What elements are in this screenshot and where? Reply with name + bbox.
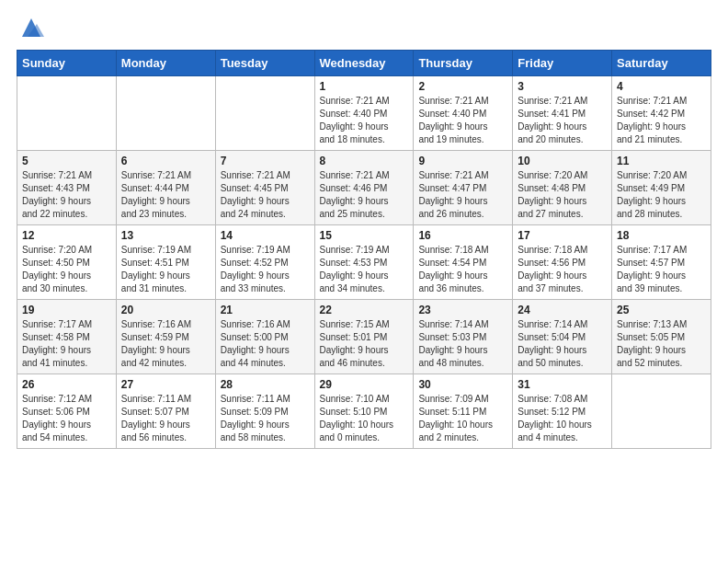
day-info: Sunrise: 7:11 AM Sunset: 5:09 PM Dayligh…: [221, 393, 310, 444]
calendar-cell: 30Sunrise: 7:09 AM Sunset: 5:11 PM Dayli…: [414, 374, 513, 449]
day-info: Sunrise: 7:20 AM Sunset: 4:49 PM Dayligh…: [617, 169, 706, 221]
day-number: 19: [22, 304, 111, 316]
day-number: 20: [121, 304, 210, 316]
calendar-cell: 6Sunrise: 7:21 AM Sunset: 4:44 PM Daylig…: [116, 151, 215, 225]
page-header: [17, 17, 711, 40]
day-info: Sunrise: 7:14 AM Sunset: 5:03 PM Dayligh…: [418, 318, 507, 370]
day-number: 8: [320, 155, 409, 167]
calendar-table: SundayMondayTuesdayWednesdayThursdayFrid…: [17, 50, 711, 449]
calendar-cell: [17, 76, 117, 151]
day-number: 4: [617, 80, 706, 93]
calendar-cell: 7Sunrise: 7:21 AM Sunset: 4:45 PM Daylig…: [215, 151, 314, 225]
calendar-cell: 21Sunrise: 7:16 AM Sunset: 5:00 PM Dayli…: [215, 300, 314, 374]
col-header-saturday: Saturday: [612, 51, 711, 76]
calendar-cell: 20Sunrise: 7:16 AM Sunset: 4:59 PM Dayli…: [116, 300, 215, 374]
day-info: Sunrise: 7:17 AM Sunset: 4:58 PM Dayligh…: [22, 318, 111, 370]
day-number: 26: [22, 378, 111, 391]
day-info: Sunrise: 7:21 AM Sunset: 4:40 PM Dayligh…: [320, 95, 409, 146]
day-number: 1: [320, 80, 409, 93]
day-number: 5: [22, 155, 111, 167]
day-number: 14: [221, 229, 310, 242]
calendar-cell: 18Sunrise: 7:17 AM Sunset: 4:57 PM Dayli…: [612, 225, 711, 300]
day-info: Sunrise: 7:16 AM Sunset: 4:59 PM Dayligh…: [121, 318, 210, 370]
day-number: 16: [418, 229, 507, 242]
col-header-wednesday: Wednesday: [314, 51, 414, 76]
day-info: Sunrise: 7:21 AM Sunset: 4:47 PM Dayligh…: [418, 169, 507, 221]
day-info: Sunrise: 7:20 AM Sunset: 4:48 PM Dayligh…: [518, 169, 607, 221]
calendar-week-row: 1Sunrise: 7:21 AM Sunset: 4:40 PM Daylig…: [17, 76, 711, 151]
day-number: 29: [320, 378, 409, 391]
day-number: 7: [221, 155, 310, 167]
calendar-cell: 14Sunrise: 7:19 AM Sunset: 4:52 PM Dayli…: [215, 225, 314, 300]
calendar-cell: 23Sunrise: 7:14 AM Sunset: 5:03 PM Dayli…: [414, 300, 513, 374]
day-number: 9: [418, 155, 507, 167]
logo: [17, 17, 44, 40]
day-info: Sunrise: 7:19 AM Sunset: 4:52 PM Dayligh…: [221, 244, 310, 295]
day-number: 10: [518, 155, 607, 167]
calendar-cell: 2Sunrise: 7:21 AM Sunset: 4:40 PM Daylig…: [414, 76, 513, 151]
day-number: 30: [418, 378, 507, 391]
calendar-cell: [116, 76, 215, 151]
calendar-cell: 27Sunrise: 7:11 AM Sunset: 5:07 PM Dayli…: [116, 374, 215, 449]
col-header-tuesday: Tuesday: [215, 51, 314, 76]
calendar-cell: 28Sunrise: 7:11 AM Sunset: 5:09 PM Dayli…: [215, 374, 314, 449]
calendar-cell: 17Sunrise: 7:18 AM Sunset: 4:56 PM Dayli…: [513, 225, 612, 300]
day-number: 24: [518, 304, 607, 316]
day-info: Sunrise: 7:19 AM Sunset: 4:53 PM Dayligh…: [320, 244, 409, 295]
day-info: Sunrise: 7:21 AM Sunset: 4:41 PM Dayligh…: [518, 95, 607, 146]
day-info: Sunrise: 7:21 AM Sunset: 4:45 PM Dayligh…: [221, 169, 310, 221]
calendar-week-row: 19Sunrise: 7:17 AM Sunset: 4:58 PM Dayli…: [17, 300, 711, 374]
col-header-friday: Friday: [513, 51, 612, 76]
day-number: 13: [121, 229, 210, 242]
calendar-cell: 25Sunrise: 7:13 AM Sunset: 5:05 PM Dayli…: [612, 300, 711, 374]
calendar-week-row: 12Sunrise: 7:20 AM Sunset: 4:50 PM Dayli…: [17, 225, 711, 300]
day-number: 11: [617, 155, 706, 167]
day-info: Sunrise: 7:20 AM Sunset: 4:50 PM Dayligh…: [22, 244, 111, 295]
calendar-week-row: 26Sunrise: 7:12 AM Sunset: 5:06 PM Dayli…: [17, 374, 711, 449]
day-number: 28: [221, 378, 310, 391]
logo-icon: [18, 15, 44, 40]
calendar-cell: 26Sunrise: 7:12 AM Sunset: 5:06 PM Dayli…: [17, 374, 117, 449]
day-number: 21: [221, 304, 310, 316]
calendar-cell: 5Sunrise: 7:21 AM Sunset: 4:43 PM Daylig…: [17, 151, 117, 225]
day-number: 2: [418, 80, 507, 93]
calendar-cell: 29Sunrise: 7:10 AM Sunset: 5:10 PM Dayli…: [314, 374, 414, 449]
day-info: Sunrise: 7:18 AM Sunset: 4:56 PM Dayligh…: [518, 244, 607, 295]
calendar-cell: 4Sunrise: 7:21 AM Sunset: 4:42 PM Daylig…: [612, 76, 711, 151]
col-header-thursday: Thursday: [414, 51, 513, 76]
calendar-cell: 31Sunrise: 7:08 AM Sunset: 5:12 PM Dayli…: [513, 374, 612, 449]
day-number: 27: [121, 378, 210, 391]
day-info: Sunrise: 7:10 AM Sunset: 5:10 PM Dayligh…: [320, 393, 409, 444]
day-info: Sunrise: 7:21 AM Sunset: 4:43 PM Dayligh…: [22, 169, 111, 221]
day-info: Sunrise: 7:21 AM Sunset: 4:46 PM Dayligh…: [320, 169, 409, 221]
calendar-cell: 19Sunrise: 7:17 AM Sunset: 4:58 PM Dayli…: [17, 300, 117, 374]
day-info: Sunrise: 7:17 AM Sunset: 4:57 PM Dayligh…: [617, 244, 706, 295]
calendar-cell: 13Sunrise: 7:19 AM Sunset: 4:51 PM Dayli…: [116, 225, 215, 300]
day-info: Sunrise: 7:09 AM Sunset: 5:11 PM Dayligh…: [418, 393, 507, 444]
calendar-cell: 11Sunrise: 7:20 AM Sunset: 4:49 PM Dayli…: [612, 151, 711, 225]
day-info: Sunrise: 7:12 AM Sunset: 5:06 PM Dayligh…: [22, 393, 111, 444]
day-info: Sunrise: 7:21 AM Sunset: 4:44 PM Dayligh…: [121, 169, 210, 221]
day-number: 3: [518, 80, 607, 93]
calendar-cell: 8Sunrise: 7:21 AM Sunset: 4:46 PM Daylig…: [314, 151, 414, 225]
calendar-week-row: 5Sunrise: 7:21 AM Sunset: 4:43 PM Daylig…: [17, 151, 711, 225]
calendar-cell: [215, 76, 314, 151]
calendar-header-row: SundayMondayTuesdayWednesdayThursdayFrid…: [17, 51, 711, 76]
day-number: 18: [617, 229, 706, 242]
calendar-cell: [612, 374, 711, 449]
day-number: 23: [418, 304, 507, 316]
calendar-cell: 15Sunrise: 7:19 AM Sunset: 4:53 PM Dayli…: [314, 225, 414, 300]
day-info: Sunrise: 7:11 AM Sunset: 5:07 PM Dayligh…: [121, 393, 210, 444]
day-info: Sunrise: 7:18 AM Sunset: 4:54 PM Dayligh…: [418, 244, 507, 295]
calendar-cell: 1Sunrise: 7:21 AM Sunset: 4:40 PM Daylig…: [314, 76, 414, 151]
col-header-sunday: Sunday: [17, 51, 117, 76]
day-number: 31: [518, 378, 607, 391]
day-number: 12: [22, 229, 111, 242]
calendar-cell: 3Sunrise: 7:21 AM Sunset: 4:41 PM Daylig…: [513, 76, 612, 151]
day-info: Sunrise: 7:16 AM Sunset: 5:00 PM Dayligh…: [221, 318, 310, 370]
day-number: 17: [518, 229, 607, 242]
day-info: Sunrise: 7:15 AM Sunset: 5:01 PM Dayligh…: [320, 318, 409, 370]
calendar-cell: 24Sunrise: 7:14 AM Sunset: 5:04 PM Dayli…: [513, 300, 612, 374]
calendar-cell: 22Sunrise: 7:15 AM Sunset: 5:01 PM Dayli…: [314, 300, 414, 374]
calendar-cell: 16Sunrise: 7:18 AM Sunset: 4:54 PM Dayli…: [414, 225, 513, 300]
